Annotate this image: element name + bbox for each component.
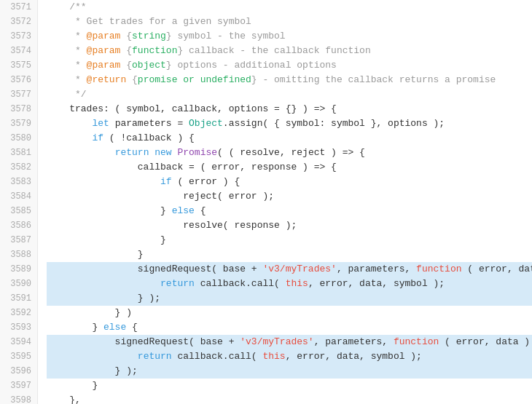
- token-plain: {: [195, 205, 206, 216]
- line-number: 3587: [0, 233, 37, 247]
- token-param-tag: @param: [87, 45, 121, 56]
- token-plain: , parameters,: [314, 336, 394, 347]
- code-line: * @param {object} options - additional o…: [47, 58, 532, 73]
- line-number: 3578: [0, 102, 37, 116]
- token-plain: , parameters,: [337, 264, 416, 274]
- code-line: /**: [47, 0, 532, 15]
- token-comment: } options - additional options: [166, 60, 337, 71]
- line-number: 3581: [0, 146, 37, 160]
- code-area[interactable]: /** * Get trades for a given symbol * @p…: [38, 0, 532, 404]
- line-number: 3572: [0, 15, 37, 29]
- token-return-tag: @return: [87, 74, 127, 85]
- line-number: 3591: [0, 291, 37, 306]
- token-plain: callback = ( error, response ) => {: [47, 162, 337, 173]
- token-plain: callback.call(: [195, 278, 286, 289]
- token-comment: * Get trades for a given symbol: [47, 16, 251, 27]
- code-line: * Get trades for a given symbol: [47, 15, 532, 29]
- token-plain: }: [47, 205, 172, 216]
- token-new-kw: new: [154, 147, 171, 158]
- token-plain: [47, 176, 160, 187]
- token-plain: [47, 147, 115, 158]
- token-plain: ( error, data ) {: [439, 336, 532, 347]
- code-line: } );: [47, 291, 532, 306]
- code-line: callback = ( error, response ) => {: [47, 160, 532, 175]
- token-comment: {: [120, 31, 132, 41]
- token-plain: }: [47, 322, 103, 333]
- token-plain: },: [47, 395, 81, 404]
- line-number: 3582: [0, 160, 37, 175]
- line-number: 3580: [0, 131, 37, 146]
- token-comment: *: [47, 31, 87, 41]
- token-plain: trades: ( symbol, callback, options = {}…: [47, 103, 337, 114]
- code-line: reject( error );: [47, 189, 532, 204]
- token-param-tag: @param: [87, 31, 121, 41]
- code-line: * @return {promise or undefined} - omitt…: [47, 73, 532, 87]
- code-line: let parameters = Object.assign( { symbol…: [47, 116, 532, 131]
- line-number: 3597: [0, 379, 37, 393]
- token-type: string: [132, 31, 166, 41]
- code-line: return new Promise( ( resolve, reject ) …: [47, 146, 532, 160]
- line-number: 3586: [0, 218, 37, 233]
- code-line: } else {: [47, 204, 532, 218]
- token-comment: *: [47, 74, 87, 85]
- token-plain: .assign( { symbol: symbol }, options );: [223, 118, 445, 129]
- token-plain: reject( error );: [47, 191, 274, 202]
- code-line: */: [47, 87, 532, 102]
- line-number: 3576: [0, 73, 37, 87]
- token-plain: callback.call(: [172, 351, 263, 362]
- token-plain: [47, 118, 92, 129]
- token-string: 'v3/myTrades': [262, 264, 336, 274]
- token-cyan: Object: [189, 118, 223, 129]
- token-plain: {: [126, 322, 138, 333]
- line-number: 3589: [0, 262, 37, 277]
- token-plain: [47, 132, 92, 143]
- token-type: function: [132, 45, 177, 56]
- token-type: promise or undefined: [138, 74, 251, 85]
- token-promise-kw: Promise: [177, 147, 217, 158]
- token-let-kw: let: [92, 118, 109, 129]
- token-comment: /**: [47, 1, 87, 12]
- line-number: 3588: [0, 247, 37, 262]
- token-plain: signedRequest( base +: [47, 336, 240, 347]
- token-comment: } callback - the callback function: [177, 45, 370, 56]
- token-if-kw: if: [160, 176, 172, 187]
- code-line: return callback.call( this, error, data,…: [47, 349, 532, 364]
- token-comment: } - omitting the callback returns a prom…: [251, 74, 496, 85]
- token-comment: {: [120, 45, 132, 56]
- line-number: 3584: [0, 189, 37, 204]
- code-line: resolve( response );: [47, 218, 532, 233]
- code-line: },: [47, 393, 532, 404]
- line-number: 3598: [0, 393, 37, 404]
- code-line: * @param {string} symbol - the symbol: [47, 29, 532, 44]
- code-line: } );: [47, 364, 532, 379]
- line-number: 3577: [0, 87, 37, 102]
- token-plain: ( error ) {: [172, 176, 240, 187]
- token-comment: *: [47, 45, 87, 56]
- line-number: 3585: [0, 204, 37, 218]
- code-line: }: [47, 247, 532, 262]
- token-plain: ( !callback ) {: [103, 132, 195, 143]
- code-line: } ): [47, 306, 532, 320]
- code-line: signedRequest( base + 'v3/myTrades', par…: [47, 262, 532, 277]
- token-plain: [47, 278, 160, 289]
- line-number: 3592: [0, 306, 37, 320]
- code-line: * @param {function} callback - the callb…: [47, 44, 532, 58]
- code-line: if ( error ) {: [47, 175, 532, 189]
- token-plain: } );: [47, 365, 138, 376]
- line-number: 3594: [0, 335, 37, 349]
- token-plain: ( ( resolve, reject ) => {: [217, 147, 365, 158]
- token-comment: *: [47, 60, 87, 71]
- token-fn-kw: function: [394, 336, 439, 347]
- line-number: 3579: [0, 116, 37, 131]
- code-line: if ( !callback ) {: [47, 131, 532, 146]
- token-fn-kw: this: [286, 278, 308, 289]
- code-line: }: [47, 233, 532, 247]
- line-number: 3573: [0, 29, 37, 44]
- code-line: return callback.call( this, error, data,…: [47, 277, 532, 291]
- line-number: 3575: [0, 58, 37, 73]
- token-plain: signedRequest( base +: [47, 264, 262, 274]
- token-plain: } );: [47, 293, 160, 304]
- token-plain: ( error, data ) {: [462, 264, 532, 274]
- token-comment: {: [120, 60, 132, 71]
- token-plain: [47, 351, 138, 362]
